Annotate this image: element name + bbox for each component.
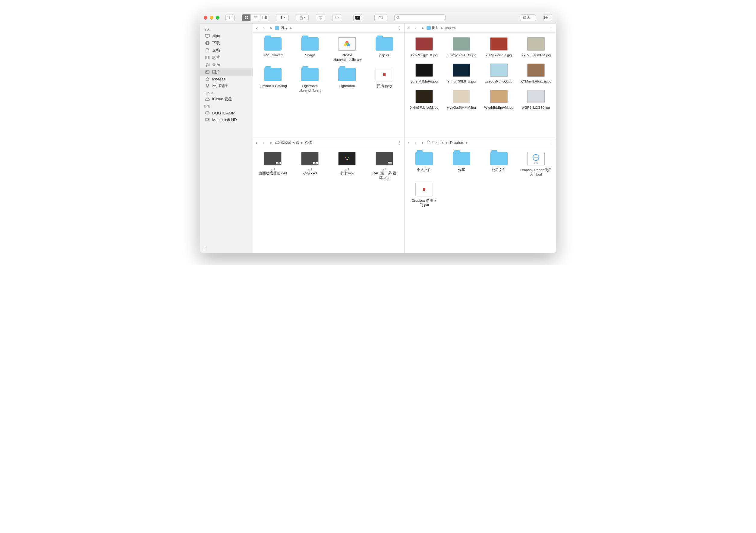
file-item[interactable]: pap.er xyxy=(367,36,401,62)
file-item[interactable]: uPic Convert xyxy=(255,36,290,62)
terminal-button[interactable]: ›_ xyxy=(354,14,362,21)
file-label: C4D 第一课-圆球.c4d xyxy=(368,171,401,180)
pane-menu-button[interactable]: ⋮ xyxy=(398,26,401,30)
file-item[interactable]: YhmxT39L8_w.jpg xyxy=(444,62,479,84)
file-item[interactable]: c4d☁︎⬇小球.c4d xyxy=(292,151,327,180)
share-button[interactable]: ▾ xyxy=(296,14,309,21)
file-item[interactable]: wGP9l3z2G70.jpg xyxy=(519,89,554,110)
file-item[interactable]: WwrhIbLEmvM.jpg xyxy=(481,89,516,110)
search-field[interactable] xyxy=(394,14,446,21)
breadcrumb-item[interactable]: 图片 xyxy=(275,25,287,30)
icon-view-button[interactable] xyxy=(242,14,251,21)
sidebar-item-documents[interactable]: 文稿 xyxy=(200,47,253,54)
file-item[interactable]: 分享 xyxy=(444,151,479,177)
breadcrumb-item[interactable]: iCloud 云盘 xyxy=(275,140,299,145)
pane-body[interactable]: uPic ConvertSnagitPhotos Library.p...osl… xyxy=(253,33,404,138)
file-label: xz9goaPghcQ.jpg xyxy=(485,79,512,84)
forward-button[interactable]: › xyxy=(415,26,419,30)
pane-body[interactable]: zZoPzEgjYT8.jpgZ8Wq-CCEBOY.jpgZ0Py5vcrP8… xyxy=(405,33,556,138)
file-item[interactable]: Z0Py5vcrP8c.jpg xyxy=(481,36,516,58)
back-button[interactable]: ‹ xyxy=(408,26,412,30)
sidebar-item-desktop[interactable]: 桌面 xyxy=(200,32,253,39)
file-item[interactable]: c4d☁︎⬇曲面建模基础.c4d xyxy=(255,151,290,180)
file-item[interactable]: 个人文件 xyxy=(407,151,442,177)
back-button[interactable]: ‹ xyxy=(256,140,261,145)
file-label: Snagit xyxy=(305,53,315,58)
back-button[interactable]: ‹ xyxy=(256,26,261,30)
file-item[interactable]: Lightroom Library.lrlibrary xyxy=(292,67,327,93)
sidebar-item-pictures[interactable]: 图片 xyxy=(200,68,253,76)
file-item[interactable]: 扫描.jpeg xyxy=(367,67,401,93)
pane-menu-button[interactable]: ⋮ xyxy=(549,26,553,30)
c4d-file-icon: c4d xyxy=(264,152,282,165)
svg-point-32 xyxy=(208,65,209,66)
sidebar-item-label: 影片 xyxy=(212,55,220,60)
new-tab-button[interactable] xyxy=(375,14,387,21)
pane-header: ‹ › ▶ 图片 ▶ ⋮ xyxy=(253,23,404,33)
file-item[interactable]: Z8Wq-CCEBOY.jpg xyxy=(444,36,479,58)
search-input[interactable] xyxy=(401,16,444,19)
sidebar-toggle-button[interactable] xyxy=(226,14,234,21)
sidebar-item-apps[interactable]: 应用程序 xyxy=(200,82,253,89)
action-menu-button[interactable]: ✻ ▾ xyxy=(276,14,288,21)
file-item[interactable]: XYMm4LRKZLE.jpg xyxy=(519,62,554,84)
chevron-icon: ▶ xyxy=(290,27,292,30)
file-item[interactable]: 公司文件 xyxy=(481,151,516,177)
breadcrumb-item[interactable]: C4D xyxy=(305,140,312,145)
sidebar-item-cloud[interactable]: iCloud 云盘 xyxy=(200,95,253,103)
svg-point-16 xyxy=(336,16,336,17)
breadcrumb-item[interactable]: pap.er xyxy=(445,26,455,30)
sidebar-item-disk[interactable]: Macintosh HD xyxy=(200,116,253,123)
chevron-icon: ▶ xyxy=(422,27,424,30)
airdrop-button[interactable] xyxy=(316,14,325,21)
file-label: Photos Library.p...oslibrary xyxy=(330,53,364,62)
file-item[interactable]: URLDropbox Paper 使用入门.url xyxy=(519,151,554,177)
disk-icon xyxy=(205,111,210,115)
file-item[interactable]: c4d☁︎⬇C4D 第一课-圆球.c4d xyxy=(367,151,401,180)
sidebar-item-disk[interactable]: BOOTCAMP xyxy=(200,110,253,116)
breadcrumb-item[interactable]: Dropbox xyxy=(450,140,464,145)
folder-icon xyxy=(264,37,282,51)
sidebar-item-download[interactable]: 下载 xyxy=(200,39,253,47)
file-item[interactable]: Snagit xyxy=(292,36,327,62)
sidebar-item-home[interactable]: icheese xyxy=(200,76,253,82)
file-item[interactable]: Luminar 4 Catalog xyxy=(255,67,290,93)
file-label: 分享 xyxy=(458,168,465,172)
action-group: ✻ ▾ xyxy=(276,14,289,21)
breadcrumb-item[interactable]: icheese xyxy=(426,140,444,145)
forward-button[interactable]: › xyxy=(263,140,268,145)
sidebar-item-music[interactable]: 音乐 xyxy=(200,61,253,68)
pane-menu-button[interactable]: ⋮ xyxy=(549,140,553,145)
file-item[interactable]: ☁︎⬇小球.mov xyxy=(330,151,364,180)
file-item[interactable]: Lightroom xyxy=(330,67,364,93)
sidebar-item-movies[interactable]: 影片 xyxy=(200,54,253,61)
panes-container: ‹ › ▶ 图片 ▶ ⋮ uPic ConvertSnagitPhotos Li… xyxy=(253,23,556,253)
file-item[interactable]: Yx_V_Fs8mFM.jpg xyxy=(519,36,554,58)
close-button[interactable] xyxy=(204,16,207,19)
list-view-button[interactable] xyxy=(251,14,259,21)
image-thumbnail xyxy=(416,37,433,51)
pane-body[interactable]: 个人文件分享公司文件URLDropbox Paper 使用入门.urlDropb… xyxy=(405,147,556,253)
file-item[interactable]: wva0Ls5bxMM.jpg xyxy=(444,89,479,110)
forward-button[interactable]: › xyxy=(263,26,268,30)
file-item[interactable]: zZoPzEgjYT8.jpg xyxy=(407,36,442,58)
file-item[interactable]: yq-efMJMuPg.jpg xyxy=(407,62,442,84)
minimize-button[interactable] xyxy=(210,16,213,19)
movies-icon xyxy=(205,55,210,60)
arrange-grid-button[interactable]: ⌄ xyxy=(544,14,552,21)
back-button[interactable]: ‹ xyxy=(408,140,412,145)
file-item[interactable]: XHm3FdcfscM.jpg xyxy=(407,89,442,110)
pane-body[interactable]: c4d☁︎⬇曲面建模基础.c4dc4d☁︎⬇小球.c4d☁︎⬇小球.movc4d… xyxy=(253,147,404,253)
file-item[interactable]: Dropbox 使用入门.pdf xyxy=(407,182,442,208)
tags-button[interactable] xyxy=(333,14,341,21)
pane-menu-button[interactable]: ⋮ xyxy=(398,140,401,145)
zoom-button[interactable] xyxy=(216,16,219,19)
file-item[interactable]: Photos Library.p...oslibrary xyxy=(330,36,364,62)
cloud-download-icon: ☁︎⬇ xyxy=(344,168,350,171)
column-view-button[interactable] xyxy=(260,14,269,21)
forward-button[interactable]: › xyxy=(415,140,419,145)
breadcrumb-item[interactable]: 图片 xyxy=(426,25,439,30)
breadcrumb: icheese▶Dropbox xyxy=(426,140,464,145)
file-item[interactable]: xz9goaPghcQ.jpg xyxy=(481,62,516,84)
arrange-dropdown[interactable]: 默认⌄ xyxy=(520,14,536,21)
